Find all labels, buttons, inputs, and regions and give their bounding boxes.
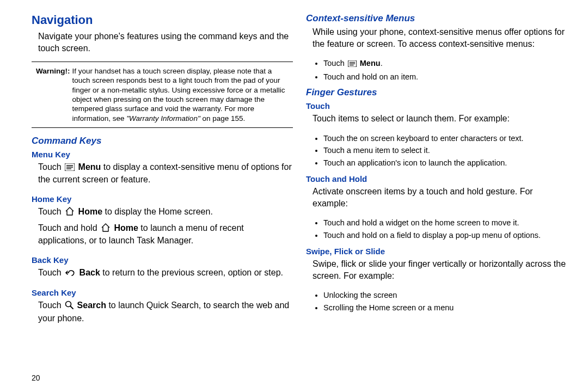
context-intro: While using your phone, context-sensitiv… <box>313 26 567 50</box>
menu-bold: Menu <box>360 59 381 68</box>
list-item: Touch and hold on an item. <box>323 71 567 83</box>
text: to return to the previous screen, option… <box>102 268 283 277</box>
list-item: Touch a menu item to select it. <box>323 144 567 156</box>
search-key-body: Touch Search to launch Quick Search, to … <box>38 299 293 327</box>
swipe-intro: Swipe, flick or slide your finger vertic… <box>313 258 567 281</box>
touch-hold-intro: Activate onscreen items by a touch and h… <box>313 186 567 209</box>
page-number: 20 <box>32 373 40 382</box>
text: Touch <box>323 59 347 68</box>
list-item: Scrolling the Home screen or a menu <box>323 302 567 314</box>
back-bold: Back <box>79 268 100 277</box>
warning-body-2: on page 155. <box>200 114 246 122</box>
right-column: Context-sensitive Menus While using your… <box>306 13 567 385</box>
text: Touch <box>38 301 64 310</box>
heading-navigation: Navigation <box>32 13 293 27</box>
warning-text: If your handset has a touch screen displ… <box>72 66 289 123</box>
heading-touch-hold: Touch and Hold <box>306 174 567 183</box>
warning-box: Warning!: If your handset has a touch sc… <box>32 62 293 128</box>
swipe-bullets: Unlocking the screen Scrolling the Home … <box>306 289 567 314</box>
text: . <box>381 59 383 68</box>
home-bold: Home <box>78 207 102 216</box>
menu-icon <box>65 162 75 174</box>
heading-home-key: Home Key <box>32 194 293 204</box>
search-icon <box>65 301 74 313</box>
heading-swipe: Swipe, Flick or Slide <box>306 247 567 256</box>
list-item: Touch and hold a widget on the home scre… <box>323 217 567 229</box>
list-item: Touch Menu. <box>323 57 567 70</box>
context-bullets: Touch Menu. Touch and hold on an item. <box>306 57 567 83</box>
list-item: Unlocking the screen <box>323 289 567 301</box>
home-bold: Home <box>114 223 138 232</box>
home-icon <box>65 207 75 219</box>
navigation-intro: Navigate your phone's features using the… <box>38 30 293 54</box>
back-key-body: Touch Back to return to the previous scr… <box>38 267 293 283</box>
manual-page: Navigation Navigate your phone's feature… <box>0 0 588 392</box>
text: Touch <box>38 207 64 216</box>
text: to launch Quick Search, to search the we… <box>38 301 289 323</box>
text: Touch and hold <box>38 223 100 232</box>
home-icon <box>101 223 111 235</box>
back-icon <box>65 268 76 280</box>
menu-bold: Menu <box>78 162 101 171</box>
heading-menu-key: Menu Key <box>32 150 293 159</box>
menu-key-body: Touch Menu to display a context-sensitiv… <box>38 161 293 189</box>
touch-hold-body: Activate onscreen items by a touch and h… <box>313 186 567 212</box>
touch-body: Touch items to select or launch them. Fo… <box>313 113 567 128</box>
heading-command-keys: Command Keys <box>32 136 293 146</box>
heading-context-menus: Context-sensitive Menus <box>306 13 567 24</box>
menu-icon <box>348 58 357 70</box>
warning-label: Warning!: <box>36 66 72 123</box>
touch-intro: Touch items to select or launch them. Fo… <box>313 113 567 125</box>
list-item: Touch the on screen keyboard to enter ch… <box>323 132 567 144</box>
touch-bullets: Touch the on screen keyboard to enter ch… <box>306 132 567 169</box>
left-column: Navigation Navigate your phone's feature… <box>32 13 293 385</box>
list-item: Touch an application's icon to launch th… <box>323 157 567 169</box>
search-bold: Search <box>77 301 106 310</box>
svg-line-5 <box>71 307 74 309</box>
text: Touch <box>38 162 64 171</box>
heading-touch: Touch <box>306 101 567 111</box>
list-item: Touch and hold on a field to display a p… <box>323 229 567 241</box>
heading-search-key: Search Key <box>32 288 293 297</box>
heading-finger-gestures: Finger Gestures <box>306 87 567 98</box>
text: to display the Home screen. <box>105 207 213 216</box>
text: to display a context-sensitive menu of o… <box>38 162 292 185</box>
text: Touch <box>38 268 64 277</box>
swipe-body: Swipe, flick or slide your finger vertic… <box>313 258 567 285</box>
touch-hold-bullets: Touch and hold a widget on the home scre… <box>306 217 567 241</box>
home-key-body: Touch Home to display the Home screen. T… <box>38 206 293 250</box>
warning-reference: "Warranty Information" <box>126 114 200 122</box>
heading-back-key: Back Key <box>32 255 293 265</box>
